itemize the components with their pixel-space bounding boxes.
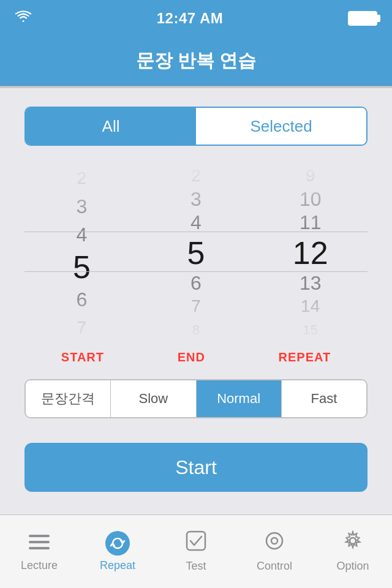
picker-start-item-6: 6 xyxy=(24,285,139,314)
svg-point-6 xyxy=(350,538,356,544)
check-icon xyxy=(186,530,206,556)
picker-end-column[interactable]: 2 3 4 5 6 7 8 xyxy=(139,164,254,342)
picker-start-item-5: 5 xyxy=(24,249,139,285)
tabbar-label-lecture: Lecture xyxy=(21,559,58,572)
svg-rect-0 xyxy=(29,535,50,537)
tabbar-item-repeat[interactable]: Repeat xyxy=(78,531,157,572)
wifi-icon xyxy=(15,10,32,27)
picker-start-label: START xyxy=(61,350,104,364)
picker-labels: START END REPEAT xyxy=(24,348,368,364)
picker-repeat-item-12: 12 xyxy=(253,235,368,271)
tab-selected[interactable]: Selected xyxy=(196,108,366,145)
status-bar: 12:47 AM xyxy=(0,0,392,37)
svg-rect-1 xyxy=(29,541,50,543)
picker-end-item-4: 4 xyxy=(139,211,254,235)
picker-repeat-column[interactable]: 9 10 11 12 13 14 15 xyxy=(253,164,368,342)
picker-repeat-item-11: 11 xyxy=(253,211,368,235)
main-content: All Selected 2 3 4 5 6 7 2 3 4 5 6 7 8 9… xyxy=(0,88,392,517)
header: 문장 반복 연습 xyxy=(0,37,392,86)
tabbar-label-control: Control xyxy=(257,560,292,573)
svg-rect-2 xyxy=(29,547,50,549)
repeat-icon xyxy=(105,531,130,556)
speed-btn-slow[interactable]: Slow xyxy=(111,380,196,417)
tab-switcher: All Selected xyxy=(24,107,368,146)
tabbar-label-test: Test xyxy=(186,560,206,573)
picker-end-item-5: 5 xyxy=(139,235,254,271)
picker-start-item-2: 2 xyxy=(24,164,139,192)
svg-point-4 xyxy=(266,533,282,549)
speed-selector: 문장간격 Slow Normal Fast xyxy=(24,379,368,418)
picker-container: 2 3 4 5 6 7 2 3 4 5 6 7 8 9 10 11 12 13 … xyxy=(24,164,368,342)
speed-btn-interval[interactable]: 문장간격 xyxy=(26,380,111,417)
tabbar-item-test[interactable]: Test xyxy=(157,530,235,573)
list-icon xyxy=(29,532,50,556)
picker-end-item-8: 8 xyxy=(139,318,254,342)
tabbar-label-option: Option xyxy=(336,560,369,573)
picker-end-item-3: 3 xyxy=(139,187,254,211)
tab-bar: Lecture Repeat Test Con xyxy=(0,514,392,588)
page-title: 문장 반복 연습 xyxy=(136,48,257,74)
picker-end-item-7: 7 xyxy=(139,295,254,318)
picker-repeat-item-14: 14 xyxy=(253,295,368,318)
status-time: 12:47 AM xyxy=(157,10,223,27)
battery-icon xyxy=(348,11,377,26)
svg-rect-3 xyxy=(187,532,205,550)
picker-start-item-3: 3 xyxy=(24,192,139,221)
svg-point-5 xyxy=(271,538,277,544)
gear-icon xyxy=(342,530,363,556)
picker-repeat-label: REPEAT xyxy=(279,350,331,364)
tabbar-item-control[interactable]: Control xyxy=(235,530,314,573)
speed-btn-normal[interactable]: Normal xyxy=(197,380,282,417)
tab-all[interactable]: All xyxy=(26,108,196,145)
tabbar-item-lecture[interactable]: Lecture xyxy=(0,532,78,572)
picker-repeat-item-9: 9 xyxy=(253,164,368,187)
picker-end-item-2: 2 xyxy=(139,164,254,187)
picker-repeat-item-13: 13 xyxy=(253,271,368,295)
speed-btn-fast[interactable]: Fast xyxy=(282,380,366,417)
picker-repeat-item-15: 15 xyxy=(253,318,368,342)
picker-repeat-item-10: 10 xyxy=(253,187,368,211)
circle-icon xyxy=(264,530,285,556)
picker-end-item-6: 6 xyxy=(139,271,254,295)
picker-start-item-7: 7 xyxy=(24,314,139,342)
picker-end-label: END xyxy=(178,350,205,364)
picker-start-column[interactable]: 2 3 4 5 6 7 xyxy=(24,164,139,342)
start-button[interactable]: Start xyxy=(24,443,368,492)
picker-start-item-4: 4 xyxy=(24,221,139,249)
tabbar-label-repeat: Repeat xyxy=(100,559,135,572)
tabbar-item-option[interactable]: Option xyxy=(314,530,392,573)
